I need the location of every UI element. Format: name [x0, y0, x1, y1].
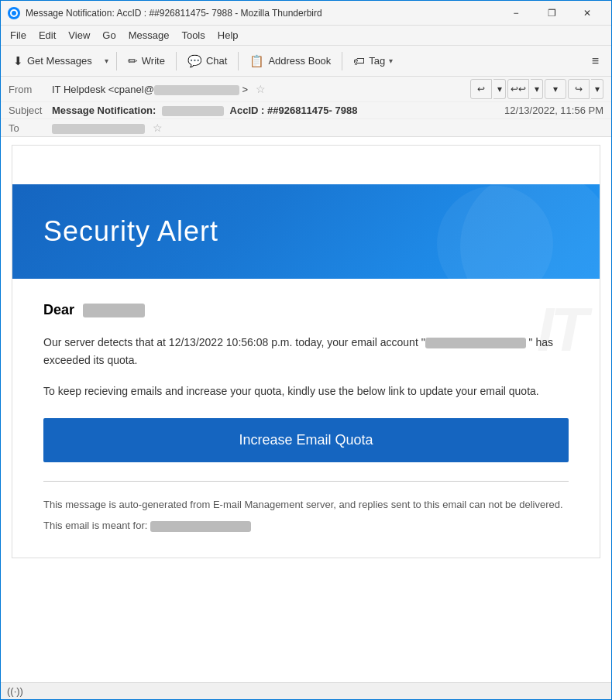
chat-icon: 💬: [187, 54, 202, 68]
email-content: Security Alert IT Dear Our server detect…: [12, 145, 600, 558]
menu-tools[interactable]: Tools: [175, 28, 211, 43]
menu-help[interactable]: Help: [211, 28, 245, 43]
write-icon: ✏: [128, 54, 138, 68]
footer-line-1: This message is auto-generated from E-ma…: [43, 497, 569, 513]
menu-message[interactable]: Message: [122, 28, 176, 43]
dear-name-blurred: [83, 304, 145, 317]
reply-dropdown-button[interactable]: ▾: [493, 79, 506, 99]
menu-go[interactable]: Go: [96, 28, 122, 43]
para1-prefix: Our server detects that at 12/13/2022 10…: [43, 336, 425, 348]
tag-dropdown-arrow: ▾: [389, 57, 393, 65]
tag-label: Tag: [369, 55, 385, 67]
body-paragraph-2: To keep recieving emails and increase yo…: [43, 383, 569, 400]
write-button[interactable]: ✏ Write: [122, 51, 171, 71]
from-star-icon[interactable]: ☆: [256, 83, 266, 95]
app-window: Message Notification: AccID : ##92681147…: [0, 0, 612, 700]
connection-status: ((·)): [7, 685, 23, 697]
get-messages-label: Get Messages: [27, 55, 92, 67]
subject-label: Subject: [9, 105, 52, 116]
menu-view[interactable]: View: [62, 28, 96, 43]
footer-line-2: This email is meant for:: [43, 518, 569, 534]
restore-button[interactable]: ❐: [534, 1, 569, 26]
from-text: IT Helpdesk <cpanel@: [52, 84, 154, 95]
email-top-space: [12, 146, 600, 184]
email-header: From IT Helpdesk <cpanel@ > ☆ ↩ ▾ ↩↩ ▾ ▾…: [1, 77, 611, 137]
increase-quota-button[interactable]: Increase Email Quota: [43, 418, 569, 462]
chat-label: Chat: [206, 55, 227, 67]
app-icon: [7, 6, 21, 20]
toolbar-sep-1: [116, 52, 117, 70]
address-book-button[interactable]: 📋 Address Book: [243, 51, 337, 71]
security-banner: Security Alert: [12, 184, 600, 279]
email-body: Security Alert IT Dear Our server detect…: [1, 137, 611, 682]
svg-point-2: [12, 11, 16, 15]
dear-label: Dear: [43, 302, 74, 317]
hamburger-menu-button[interactable]: ≡: [586, 51, 605, 71]
write-label: Write: [142, 55, 165, 67]
subject-value: Message Notification: AccID : ##92681147…: [52, 105, 498, 116]
menu-bar: File Edit View Go Message Tools Help: [1, 26, 611, 46]
forward-button[interactable]: ↪: [568, 79, 590, 99]
to-row: To ☆: [1, 119, 611, 136]
from-value: IT Helpdesk <cpanel@ > ☆: [52, 83, 470, 95]
menu-edit[interactable]: Edit: [33, 28, 62, 43]
address-book-label: Address Book: [268, 55, 331, 67]
to-value: ☆: [52, 122, 603, 134]
from-row: From IT Helpdesk <cpanel@ > ☆ ↩ ▾ ↩↩ ▾ ▾…: [1, 77, 611, 102]
security-title: Security Alert: [43, 215, 569, 248]
nav-buttons: ↩ ▾ ↩↩ ▾ ▾ ↪ ▾: [470, 79, 603, 99]
email-text-area: IT Dear Our server detects that at 12/13…: [12, 279, 600, 558]
address-book-icon: 📋: [249, 54, 264, 68]
wifi-icon: ((·)): [7, 685, 23, 697]
body-paragraph-1: Our server detects that at 12/13/2022 10…: [43, 334, 569, 369]
forward-dropdown-button[interactable]: ▾: [591, 79, 603, 99]
email-divider: [43, 481, 569, 482]
toolbar-sep-4: [342, 52, 342, 70]
from-domain-blurred: [154, 85, 239, 95]
minimize-button[interactable]: −: [498, 1, 534, 26]
from-label: From: [9, 84, 52, 95]
title-bar: Message Notification: AccID : ##92681147…: [1, 1, 611, 26]
to-address-blurred: [52, 124, 145, 134]
close-button[interactable]: ✕: [569, 1, 605, 26]
cta-wrapper: Increase Email Quota: [43, 418, 569, 462]
tag-icon: 🏷: [353, 54, 365, 67]
subject-blurred: [162, 106, 224, 116]
email-timestamp: 12/13/2022, 11:56 PM: [504, 105, 603, 116]
menu-file[interactable]: File: [4, 28, 33, 43]
dear-line: Dear: [43, 302, 569, 318]
get-messages-icon: ⬇: [13, 54, 23, 68]
subject-prefix: Message Notification:: [52, 105, 156, 116]
reply-all-button[interactable]: ↩↩: [507, 79, 529, 99]
subject-row: Subject Message Notification: AccID : ##…: [1, 102, 611, 119]
from-close: >: [239, 84, 248, 95]
toolbar-sep-2: [176, 52, 177, 70]
to-label: To: [9, 122, 52, 134]
toolbar: ⬇ Get Messages ▾ ✏ Write 💬 Chat 📋 Addres…: [1, 46, 611, 77]
account-blurred: [425, 338, 526, 348]
window-controls: − ❐ ✕: [498, 1, 605, 26]
status-bar: ((·)): [1, 682, 611, 699]
email-footer: This message is auto-generated from E-ma…: [43, 497, 569, 534]
footer-prefix: This email is meant for:: [43, 520, 150, 531]
to-star-icon[interactable]: ☆: [153, 122, 163, 134]
window-title: Message Notification: AccID : ##92681147…: [26, 8, 492, 19]
chat-button[interactable]: 💬 Chat: [181, 51, 233, 71]
toolbar-sep-3: [238, 52, 239, 70]
reply-button[interactable]: ↩: [470, 79, 492, 99]
reply-all-dropdown-button[interactable]: ▾: [531, 79, 543, 99]
navigate-down-button[interactable]: ▾: [545, 79, 566, 99]
tag-button[interactable]: 🏷 Tag ▾: [347, 51, 399, 70]
subject-suffix: AccID : ##926811475- 7988: [230, 105, 358, 116]
footer-email-blurred: [150, 521, 251, 532]
get-messages-button[interactable]: ⬇ Get Messages: [7, 51, 98, 71]
get-messages-dropdown[interactable]: ▾: [101, 54, 112, 67]
